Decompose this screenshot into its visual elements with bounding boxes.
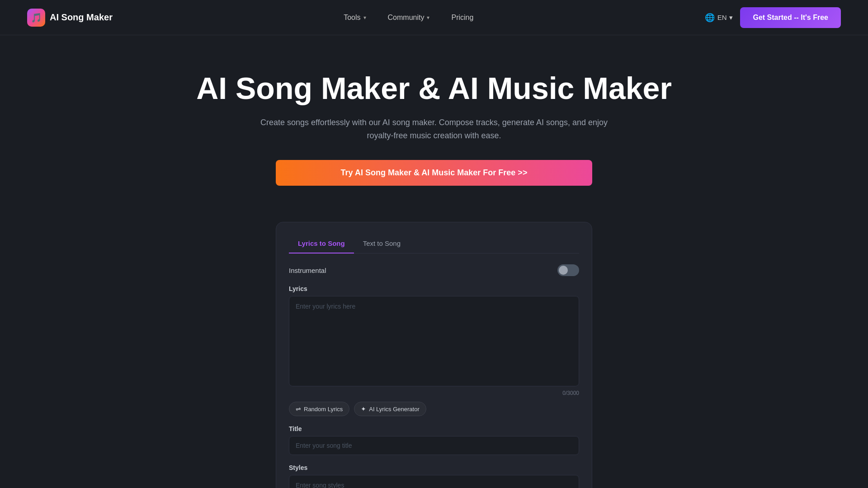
nav-community[interactable]: Community ▾ [386,10,432,25]
sparkle-icon: ✦ [361,405,366,413]
chevron-down-icon: ▾ [427,14,429,21]
styles-label: Styles [289,464,579,471]
title-input[interactable] [289,436,579,455]
hero-title: AI Song Maker & AI Music Maker [9,71,859,105]
lyrics-label: Lyrics [289,285,579,292]
styles-section: Styles 0/120 # Genre › # Vibes › # Tempo… [289,464,579,488]
random-lyrics-button[interactable]: ⇌ Random Lyrics [289,402,349,416]
globe-icon: 🌐 [705,13,715,23]
chevron-down-icon: ▾ [729,14,733,22]
form-tabs: Lyrics to Song Text to Song [289,235,579,253]
title-label: Title [289,425,579,432]
language-selector[interactable]: 🌐 EN ▾ [705,13,733,23]
instrumental-row: Instrumental [289,264,579,276]
song-form-card: Lyrics to Song Text to Song Instrumental… [276,222,592,488]
nav-right: 🌐 EN ▾ Get Started -- It's Free [705,7,841,28]
logo-text: AI Song Maker [50,12,113,23]
lyrics-actions: ⇌ Random Lyrics ✦ AI Lyrics Generator [289,402,579,416]
logo-icon: 🎵 [27,9,45,27]
toggle-knob [559,266,568,275]
lyrics-section: Lyrics 0/3000 ⇌ Random Lyrics ✦ AI Lyric… [289,285,579,416]
lyrics-char-count: 0/3000 [289,390,579,396]
cta-button[interactable]: Try AI Song Maker & AI Music Maker For F… [276,160,592,186]
nav-tools[interactable]: Tools ▾ [342,10,368,25]
logo[interactable]: 🎵 AI Song Maker [27,9,113,27]
nav-pricing[interactable]: Pricing [449,10,475,25]
instrumental-toggle[interactable] [557,264,579,276]
hero-subtitle: Create songs effortlessly with our AI so… [253,116,615,142]
nav-center: Tools ▾ Community ▾ Pricing [342,10,475,25]
navigation: 🎵 AI Song Maker Tools ▾ Community ▾ Pric… [0,0,868,35]
ai-lyrics-button[interactable]: ✦ AI Lyrics Generator [354,402,426,416]
tab-text-to-song[interactable]: Text to Song [354,235,410,253]
get-started-button[interactable]: Get Started -- It's Free [740,7,841,28]
chevron-down-icon: ▾ [363,14,366,21]
instrumental-label: Instrumental [289,267,326,274]
lyrics-textarea[interactable] [289,296,579,386]
shuffle-icon: ⇌ [296,405,301,413]
hero-section: AI Song Maker & AI Music Maker Create so… [0,35,868,204]
tab-lyrics-to-song[interactable]: Lyrics to Song [289,235,354,253]
title-section: Title [289,425,579,455]
styles-textarea[interactable] [289,475,579,488]
